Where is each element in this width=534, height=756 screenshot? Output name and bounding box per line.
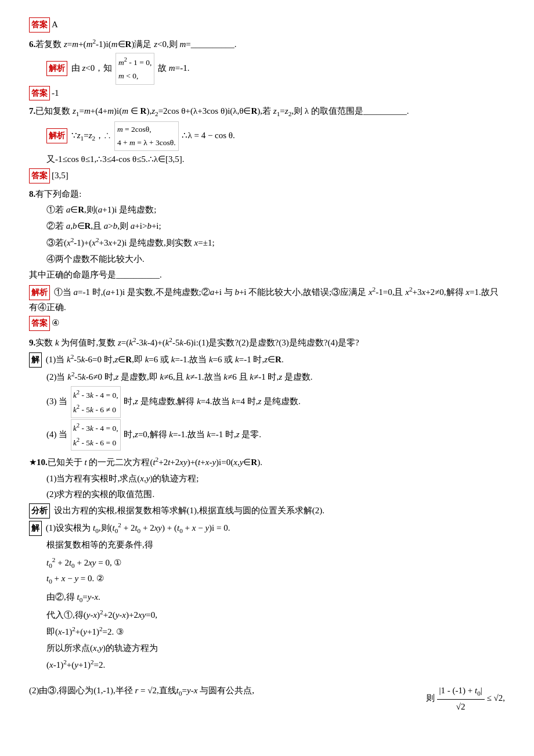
solution-badge-9: 解 [29,352,42,368]
answer-6: 答案-1 [29,86,505,101]
answer-a-line: 答案A [29,17,505,33]
q10-part2: (2)求方程的实根的取值范围. [46,487,505,502]
q9-text: 9.实数 k 为何值时,复数 z=(k2-3k-4)+(k2-5k-6)i:(1… [29,334,505,351]
q8-item1: ①若 a∈R,则(a+1)i 是纯虚数; [46,203,505,218]
q8-footer: 其中正确的命题序号是__________. [29,268,505,283]
question-8: 8.有下列命题: ①若 a∈R,则(a+1)i 是纯虚数; ②若 a,b∈R,且… [29,187,505,331]
q10-trajectory: (x-1)2+(y+1)2=2. [46,657,505,673]
q9-sol2: (2)当 k2-5k-6≠0 时,z 是虚数,即 k≠6,且 k≠-1.故当 k… [46,369,505,385]
analysis-badge-6: 解析 [46,61,67,76]
question-7: 7.已知复数 z1=m+(4+m)i(m ∈ R),z2=2cos θ+(λ+3… [29,104,505,183]
q10-analysis-line: 分析 设出方程的实根,根据复数相等求解(1),根据直线与圆的位置关系求解(2). [29,503,505,519]
q10-part2-sol: (2)由③,得圆心为(1,-1),半径 r = √2,直线t0=y-x 与圆有公… [29,683,505,715]
q7-analysis: 解析 ∵z1=z2，∴ m = 2cosθ, 4 + m = λ + 3cosθ… [46,121,505,152]
question-9: 9.实数 k 为何值时,复数 z=(k2-3k-4)+(k2-5k-6)i:(1… [29,334,505,451]
q9-sol3: (3) 当 k2 - 3k - 4 = 0, k2 - 5k - 6 ≠ 0 时… [46,386,505,418]
answer-a-value: A [52,20,58,29]
q8-analysis-line: 解析 ①当 a=-1 时,(a+1)i 是实数,不是纯虚数;②a+i 与 b+i… [29,284,505,315]
q10-from2: 由②,得 t0=y-x. [46,590,505,606]
q10-part1: (1)当方程有实根时,求点(x,y)的轨迹方程; [46,471,505,487]
analysis-badge-10: 分析 [29,503,50,519]
q6-analysis: 解析 由 z<0，知 m2 - 1 = 0, m < 0, 故 m=-1. [46,53,505,84]
answer-8: 答案④ [29,316,505,331]
answer-badge-8: 答案 [29,316,50,331]
q8-item4: ④两个虚数不能比较大小. [46,252,505,267]
q10-text: ★10.已知关于 t 的一元二次方程(t2+2t+2xy)+(t+x-y)i=0… [29,454,505,470]
q6-text: 6.若复数 z=m+(m2-1)i(m∈R)满足 z<0,则 m=_______… [29,36,505,52]
answer-badge-6: 答案 [29,86,50,101]
page-content: 答案A 6.若复数 z=m+(m2-1)i(m∈R)满足 z<0,则 m=___… [29,17,505,714]
question-6: 6.若复数 z=m+(m2-1)i(m∈R)满足 z<0,则 m=_______… [29,36,505,101]
q10-simplified: 即(x-1)2+(y+1)2=2. ③ [46,624,505,640]
q10-conclusion1: 所以所求点(x,y)的轨迹方程为 [46,641,505,656]
answer-badge-7: 答案 [29,168,50,183]
q8-item3: ③若(x2-1)+(x2+3x+2)i 是纯虚数,则实数 x=±1; [46,235,505,251]
q10-sol-cond: 根据复数相等的充要条件,得 [46,538,505,553]
question-10: ★10.已知关于 t 的一元二次方程(t2+2t+2xy)+(t+x-y)i=0… [29,454,505,714]
q10-sol-line: 解 (1)设实根为 t0,则(t02 + 2t0 + 2xy) + (t0 + … [29,520,505,537]
analysis-badge-7: 解析 [46,128,67,143]
q8-item2: ②若 a,b∈R,且 a>b,则 a+i>b+i; [46,219,505,234]
solution-badge-10: 解 [29,521,42,536]
q10-sub: 代入①,得(y-x)2+2(y-x)+2xy=0, [46,607,505,623]
q9-sol4: (4) 当 k2 - 3k - 4 = 0, k2 - 5k - 6 = 0 时… [46,419,505,451]
answer-7: 答案[3,5] [29,168,505,183]
q7-text: 7.已知复数 z1=m+(4+m)i(m ∈ R),z2=2cos θ+(λ+3… [29,104,505,120]
analysis-badge-8: 解析 [29,285,50,300]
q9-sol: 解 (1)当 k2-5k-6=0 时,z∈R,即 k=6 或 k=-1.故当 k… [29,351,505,368]
answer-badge-1: 答案 [29,17,50,33]
q8-header: 8.有下列命题: [29,187,505,202]
q7-analysis-2: 又-1≤cos θ≤1,∴3≤4-cos θ≤5.∴λ∈[3,5]. [46,152,505,167]
q10-system: t02 + 2t0 + 2xy = 0, ① t0 + x − y = 0. ② [46,555,505,587]
